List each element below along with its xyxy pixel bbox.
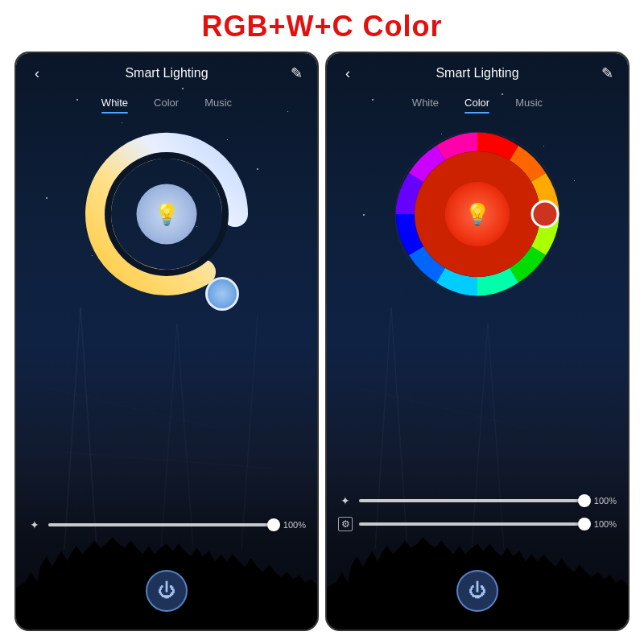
right-bulb-center[interactable]: 💡 [445, 182, 510, 246]
left-tab-music[interactable]: Music [192, 93, 245, 112]
page-title: RGB+W+C Color [0, 0, 644, 52]
left-bulb-icon: 💡 [154, 202, 180, 227]
white-ring-container[interactable]: 💡 [78, 126, 255, 303]
right-edit-icon[interactable]: ✎ [597, 64, 617, 82]
right-header-title: Smart Lighting [357, 66, 597, 80]
left-tab-color[interactable]: Color [141, 93, 192, 112]
left-tabs: White Color Music [16, 93, 317, 115]
left-tab-white[interactable]: White [89, 93, 141, 112]
left-edit-icon[interactable]: ✎ [287, 64, 306, 82]
screens-container: ‹ Smart Lighting ✎ White Color Music [0, 52, 644, 631]
right-power-button[interactable]: ⏻ [456, 570, 498, 612]
left-back-icon[interactable]: ‹ [27, 65, 47, 82]
right-screen: ‹ Smart Lighting ✎ White Color Music [325, 52, 630, 631]
left-power-button[interactable]: ⏻ [146, 570, 188, 612]
right-colortemp-value: 100% [591, 519, 617, 529]
svg-line-4 [242, 316, 258, 549]
right-tab-color[interactable]: Color [452, 93, 502, 112]
left-bulb-center[interactable]: 💡 [137, 184, 197, 245]
right-tab-white[interactable]: White [399, 93, 452, 112]
right-sliders: ✦ 100% ⚙ 100% [338, 494, 617, 541]
svg-line-2 [161, 324, 177, 549]
right-power-icon: ⏻ [469, 580, 486, 601]
left-sliders: ✦ 100% [27, 518, 306, 541]
svg-line-6 [64, 452, 274, 469]
tower-decoration [16, 308, 319, 549]
left-brightness-track[interactable] [48, 523, 274, 526]
right-tab-music[interactable]: Music [502, 93, 555, 112]
right-colortemp-row: ⚙ 100% [338, 517, 617, 531]
right-colortemp-icon: ⚙ [338, 517, 353, 531]
svg-line-1 [80, 308, 97, 549]
svg-line-0 [64, 308, 80, 549]
left-brightness-row: ✦ 100% [27, 518, 306, 531]
right-back-icon[interactable]: ‹ [338, 65, 357, 82]
left-header-title: Smart Lighting [47, 66, 287, 80]
right-tabs: White Color Music [327, 93, 628, 115]
right-brightness-value: 100% [591, 496, 617, 506]
right-color-wheel-container[interactable]: 💡 [381, 118, 574, 311]
left-brightness-value: 100% [280, 520, 306, 530]
right-bulb-icon: 💡 [464, 202, 490, 227]
left-color-picker-dot[interactable] [205, 277, 239, 311]
left-power-icon: ⏻ [158, 580, 175, 601]
svg-line-3 [177, 324, 193, 549]
right-brightness-row: ✦ 100% [338, 494, 617, 507]
svg-point-21 [532, 201, 558, 227]
right-header: ‹ Smart Lighting ✎ [327, 53, 628, 93]
left-header: ‹ Smart Lighting ✎ [16, 53, 317, 93]
right-brightness-icon: ✦ [338, 494, 353, 507]
left-brightness-icon: ✦ [27, 518, 42, 531]
right-brightness-track[interactable] [359, 499, 584, 502]
left-screen: ‹ Smart Lighting ✎ White Color Music [14, 52, 319, 631]
right-colortemp-track[interactable] [359, 522, 584, 526]
